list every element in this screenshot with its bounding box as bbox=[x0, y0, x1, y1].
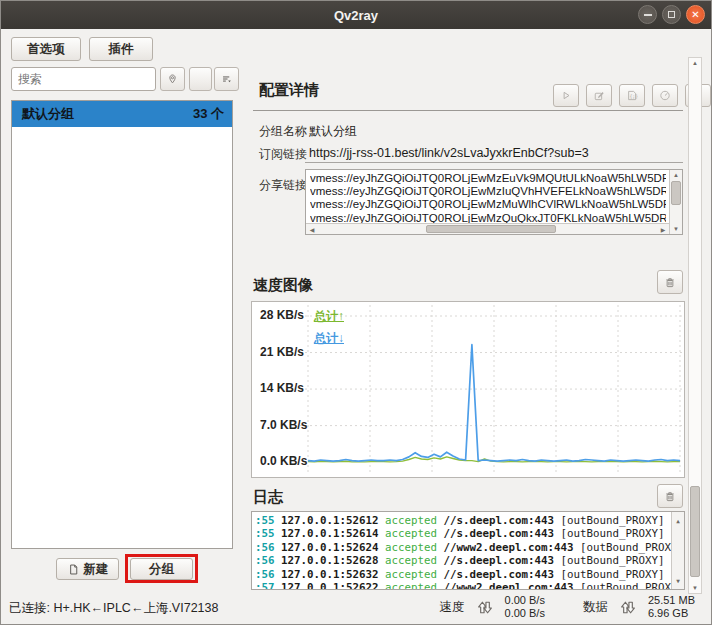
latency-gauge-icon bbox=[659, 88, 671, 103]
scroll-right-icon[interactable]: ▶ bbox=[659, 226, 667, 233]
blank-button[interactable] bbox=[189, 67, 212, 91]
minimize-button[interactable] bbox=[638, 5, 657, 24]
scroll-left-icon[interactable]: ◀ bbox=[308, 226, 316, 233]
close-button[interactable]: ✕ bbox=[686, 5, 705, 24]
group-count-badge: 33 个 bbox=[193, 105, 224, 123]
group-button[interactable]: 分组 bbox=[130, 558, 193, 580]
log-line: :56 127.0.0.1:52632 accepted //s.deepl.c… bbox=[255, 568, 668, 581]
scroll-down-icon[interactable]: ▼ bbox=[672, 574, 684, 587]
connection-group-list[interactable]: 默认分组 33 个 bbox=[11, 100, 233, 549]
log-line: :56 127.0.0.1:52624 accepted //www2.deep… bbox=[255, 541, 668, 554]
legend-total-up[interactable]: 总计↑ bbox=[314, 308, 344, 325]
panel-vertical-scrollbar[interactable]: ▲ ▼ bbox=[688, 57, 702, 594]
y-axis-tick-label: 7.0 KB/s bbox=[260, 418, 307, 432]
share-link-line: vmess://eyJhZGQiOiJTQ0ROLjEwMzIuQVhHVEFE… bbox=[310, 185, 666, 198]
data-down-value: 6.96 GB bbox=[648, 607, 695, 620]
traffic-stats: 速度 0.00 B/s 0.00 B/s 数据 25.51 MB 6.96 GB bbox=[440, 594, 695, 620]
speed-up-value: 0.00 B/s bbox=[505, 594, 545, 607]
latency-test-button[interactable] bbox=[652, 84, 678, 107]
window-title: Qv2ray bbox=[334, 8, 378, 23]
share-link-line: vmess://eyJhZGQiOiJTQ0ROLjEwMzQuQkxJT0FK… bbox=[310, 212, 666, 223]
chart-legend: 总计↑ 总计↓ bbox=[314, 308, 344, 347]
section-divider bbox=[253, 110, 683, 111]
edit-json-button[interactable]: {;} bbox=[619, 84, 645, 107]
group-row-default[interactable]: 默认分组 33 个 bbox=[12, 101, 232, 127]
log-vertical-scrollbar[interactable]: ▲ ▼ bbox=[671, 512, 684, 589]
play-icon bbox=[560, 88, 572, 103]
subscription-url-input[interactable]: https://jj-rss-01.best/link/v2sLvaJyxkrE… bbox=[309, 146, 589, 160]
log-line: :57 127.0.0.1:52622 accepted //www2.deep… bbox=[255, 581, 668, 590]
edit-pencil-icon bbox=[593, 88, 605, 103]
legend-total-down[interactable]: 总计↓ bbox=[314, 330, 344, 347]
maximize-button[interactable] bbox=[662, 5, 681, 24]
edit-button[interactable] bbox=[586, 84, 612, 107]
locate-current-button[interactable] bbox=[160, 67, 185, 91]
log-line: :55 127.0.0.1:52614 accepted //s.deepl.c… bbox=[255, 527, 668, 540]
data-up-value: 25.51 MB bbox=[648, 594, 695, 607]
new-button-label: 新建 bbox=[84, 561, 109, 578]
trash-icon bbox=[664, 275, 676, 290]
y-axis-tick-label: 21 KB/s bbox=[260, 345, 304, 359]
trash-icon bbox=[664, 489, 676, 504]
plugins-button[interactable]: 插件 bbox=[89, 37, 153, 61]
log-title: 日志 bbox=[253, 488, 283, 507]
speed-graph-title: 速度图像 bbox=[253, 276, 313, 295]
y-axis-tick-label: 0.0 KB/s bbox=[260, 454, 307, 468]
clear-log-button[interactable] bbox=[657, 484, 683, 508]
scrollbar-thumb[interactable] bbox=[671, 181, 681, 205]
json-file-icon: {;} bbox=[626, 88, 638, 103]
data-label: 数据 bbox=[583, 599, 608, 616]
map-pin-icon bbox=[167, 71, 178, 87]
clear-graph-button[interactable] bbox=[657, 270, 683, 294]
maximize-icon bbox=[668, 11, 675, 18]
share-link-line: vmess://eyJhZGQiOiJTQ0ROLjEwMzMuWlhCVlRW… bbox=[310, 198, 666, 211]
search-input[interactable] bbox=[11, 67, 156, 91]
y-axis-tick-label: 28 KB/s bbox=[260, 308, 304, 322]
sort-button[interactable] bbox=[214, 67, 239, 91]
speed-label: 速度 bbox=[440, 599, 465, 616]
up-down-arrows-icon bbox=[618, 599, 638, 616]
start-button[interactable] bbox=[553, 84, 579, 107]
chart-series-1 bbox=[308, 345, 680, 461]
new-document-icon bbox=[67, 563, 80, 576]
sort-descending-icon bbox=[221, 71, 232, 87]
subscription-label: 订阅链接 bbox=[259, 146, 307, 163]
preferences-button[interactable]: 首选项 bbox=[11, 37, 81, 61]
qv2ray-window: Qv2ray ✕ 首选项 插件 默认分组 33 个 bbox=[0, 0, 712, 625]
close-icon: ✕ bbox=[691, 10, 699, 20]
log-lines: :55 127.0.0.1:52612 accepted //s.deepl.c… bbox=[255, 514, 668, 590]
scroll-up-icon[interactable]: ▲ bbox=[689, 60, 701, 66]
config-details-title: 配置详情 bbox=[259, 81, 319, 100]
up-down-arrows-icon bbox=[475, 599, 495, 616]
connection-status: 已连接: H+.HK←IPLC←上海.VI72138 bbox=[9, 600, 218, 617]
group-name-label: 分组名称 bbox=[259, 123, 307, 140]
group-name: 默认分组 bbox=[22, 105, 74, 123]
speed-down-value: 0.00 B/s bbox=[505, 607, 545, 620]
share-horizontal-scrollbar[interactable]: ◀ ▶ bbox=[306, 223, 669, 234]
new-connection-button[interactable]: 新建 bbox=[56, 558, 119, 580]
scroll-down-icon[interactable]: ▼ bbox=[689, 585, 701, 591]
svg-text:{;}: {;} bbox=[629, 93, 638, 99]
share-vertical-scrollbar[interactable]: ▲ ▼ bbox=[669, 170, 682, 234]
scroll-up-icon[interactable]: ▲ bbox=[672, 514, 684, 527]
scroll-up-icon[interactable]: ▲ bbox=[670, 172, 682, 178]
scrollbar-thumb[interactable] bbox=[426, 225, 556, 233]
log-line: :56 127.0.0.1:52628 accepted //s.deepl.c… bbox=[255, 554, 668, 567]
speed-chart: 总计↑ 总计↓ 28 KB/s21 KB/s14 KB/s7.0 KB/s0.0… bbox=[251, 301, 685, 478]
log-line: :55 127.0.0.1:52612 accepted //s.deepl.c… bbox=[255, 514, 668, 527]
group-name-value: 默认分组 bbox=[309, 123, 357, 140]
y-axis-tick-label: 14 KB/s bbox=[260, 381, 304, 395]
input-underline bbox=[305, 162, 683, 163]
share-links-label: 分享链接 bbox=[259, 177, 307, 194]
scroll-down-icon[interactable]: ▼ bbox=[670, 226, 682, 232]
share-links-textarea[interactable]: vmess://eyJhZGQiOiJTQ0ROLjEwMzEuVk9MQUtU… bbox=[305, 169, 683, 235]
minimize-icon bbox=[644, 14, 652, 16]
share-links-content: vmess://eyJhZGQiOiJTQ0ROLjEwMzEuVk9MQUtU… bbox=[310, 172, 666, 223]
scrollbar-thumb[interactable] bbox=[690, 486, 700, 577]
share-link-line: vmess://eyJhZGQiOiJTQ0ROLjEwMzEuVk9MQUtU… bbox=[310, 172, 666, 185]
titlebar[interactable]: Qv2ray ✕ bbox=[1, 1, 711, 29]
log-output[interactable]: ▲ ▼ :55 127.0.0.1:52612 accepted //s.dee… bbox=[251, 511, 685, 590]
